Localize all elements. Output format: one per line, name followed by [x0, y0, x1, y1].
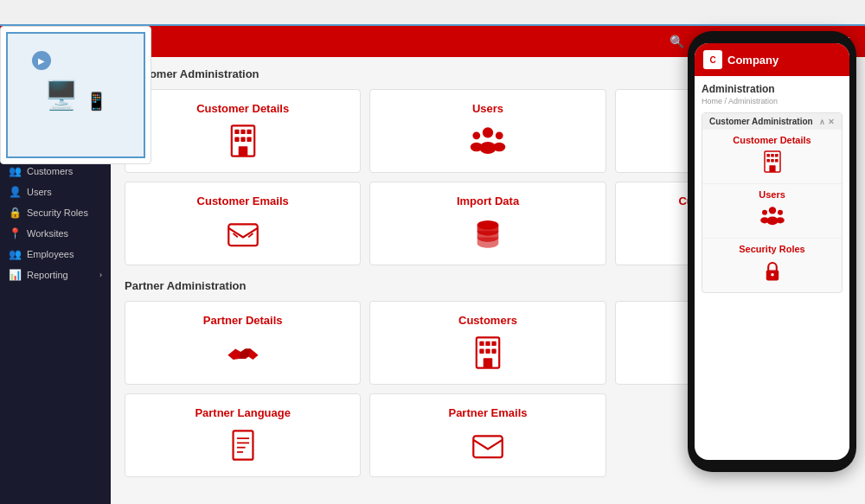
svg-rect-44: [473, 436, 502, 457]
thumbnail-inner: 🖥️ 📱 ▶: [6, 32, 145, 158]
partner-language-card[interactable]: Partner Language: [125, 393, 361, 477]
phone-content: Administration Home / Administration Cus…: [695, 76, 849, 460]
phone-section-title: Customer Administration: [709, 117, 813, 126]
phone-section-header: Customer Administration ∧ ✕: [702, 113, 842, 130]
users-card[interactable]: Users: [369, 89, 606, 173]
sidebar-item-reporting[interactable]: 📊 Reporting ›: [0, 265, 111, 285]
phone-customer-details-title: Customer Details: [709, 135, 835, 145]
phone-company-name: Company: [727, 54, 778, 67]
partner-doc-icon: [224, 426, 262, 464]
phone-section-icons: ∧ ✕: [819, 118, 835, 126]
employees-icon: 👥: [9, 248, 22, 260]
phone-customer-section: Customer Administration ∧ ✕ Customer Det…: [702, 112, 843, 293]
svg-rect-3: [247, 130, 251, 134]
phone-logo: C: [703, 50, 722, 69]
phone-building-icon: [759, 149, 785, 175]
users-sidebar-icon: 👤: [9, 186, 22, 198]
phone-header: C Company: [695, 43, 849, 76]
phone-expand-icon[interactable]: ∧: [819, 118, 825, 126]
sidebar-label-worksites: Worksites: [27, 228, 68, 239]
svg-rect-26: [479, 341, 484, 346]
partner-language-title: Partner Language: [195, 406, 291, 419]
import-data-title: Import Data: [457, 195, 519, 207]
svg-rect-47: [771, 154, 774, 157]
customer-details-title: Customer Details: [196, 102, 289, 115]
handshake-icon: [224, 334, 262, 372]
phone-users-icon: [759, 203, 785, 229]
top-accent-line: [0, 24, 865, 26]
partner-details-card[interactable]: Partner Details: [125, 301, 361, 385]
partner-emails-title: Partner Emails: [448, 406, 527, 419]
svg-rect-7: [238, 146, 247, 156]
svg-rect-29: [479, 349, 484, 354]
svg-rect-48: [775, 154, 778, 157]
play-icon[interactable]: ▶: [32, 51, 51, 70]
thumbnail-overlay: 🖥️ 📱 ▶: [0, 26, 151, 164]
tablet-icon: 📱: [86, 91, 107, 112]
partner-customers-title: Customers: [458, 314, 517, 327]
users-title: Users: [472, 102, 503, 115]
monitor-icon: 🖥️: [44, 79, 79, 112]
svg-rect-2: [240, 130, 245, 134]
users-icon: [469, 122, 507, 160]
svg-point-60: [771, 273, 774, 277]
worksites-icon: 📍: [9, 227, 22, 239]
import-data-card[interactable]: Import Data: [369, 182, 606, 265]
partner-customers-card[interactable]: Customers: [369, 301, 606, 385]
phone-users-card[interactable]: Users: [702, 184, 842, 239]
svg-rect-31: [491, 349, 496, 354]
svg-point-53: [768, 207, 775, 214]
reporting-chevron-icon: ›: [99, 271, 102, 279]
svg-rect-46: [766, 154, 770, 157]
svg-rect-52: [769, 165, 775, 172]
svg-point-55: [762, 210, 767, 215]
sidebar-label-security-roles-2: Security Roles: [27, 207, 88, 218]
sidebar-item-security-roles-2[interactable]: 🔒 Security Roles: [0, 202, 111, 223]
phone-admin-title: Administration: [702, 83, 843, 95]
building-icon: [224, 122, 262, 160]
phone-security-roles-card[interactable]: Security Roles: [702, 239, 842, 292]
customer-emails-card[interactable]: Customer Emails: [125, 182, 361, 265]
sidebar-item-users[interactable]: 👤 Users: [0, 182, 111, 202]
phone-customer-details-card[interactable]: Customer Details: [702, 130, 842, 184]
security-icon: 🔒: [9, 207, 22, 219]
svg-rect-49: [766, 159, 770, 163]
building-partner-icon: [469, 334, 507, 372]
svg-point-58: [776, 217, 785, 223]
svg-point-10: [472, 131, 480, 139]
sidebar-label-reporting: Reporting: [27, 270, 68, 280]
svg-rect-39: [233, 431, 253, 459]
customer-emails-title: Customer Emails: [197, 195, 289, 207]
svg-point-57: [778, 210, 783, 215]
svg-rect-16: [228, 224, 257, 246]
svg-rect-27: [485, 341, 490, 346]
phone-close-icon[interactable]: ✕: [828, 118, 835, 126]
svg-rect-6: [247, 137, 251, 142]
phone-screen: C Company Administration Home / Administ…: [695, 43, 849, 460]
sidebar-label-customers: Customers: [27, 166, 73, 176]
svg-point-56: [760, 217, 769, 223]
search-icon[interactable]: 🔍: [670, 35, 684, 48]
svg-rect-30: [485, 349, 490, 354]
sidebar-item-worksites[interactable]: 📍 Worksites: [0, 223, 111, 244]
phone-breadcrumb: Home / Administration: [702, 97, 843, 105]
svg-rect-51: [775, 159, 778, 163]
partner-email-icon: [469, 426, 507, 464]
reporting-icon: 📊: [9, 269, 22, 281]
email-icon: [224, 214, 262, 252]
svg-rect-4: [234, 137, 239, 142]
svg-point-13: [493, 143, 505, 152]
phone-security-roles-title: Security Roles: [709, 244, 835, 254]
svg-point-12: [496, 131, 503, 139]
svg-point-11: [471, 143, 483, 152]
sidebar-label-users: Users: [27, 187, 52, 197]
partner-emails-card[interactable]: Partner Emails: [369, 393, 606, 477]
svg-rect-1: [234, 130, 239, 134]
phone-users-title: Users: [709, 189, 835, 200]
sidebar-item-employees[interactable]: 👥 Employees: [0, 244, 111, 265]
phone-mockup: C Company Administration Home / Administ…: [688, 31, 856, 472]
database-icon: [469, 214, 507, 252]
svg-point-8: [483, 127, 493, 137]
customer-details-card[interactable]: Customer Details: [125, 89, 361, 173]
svg-rect-50: [771, 159, 774, 163]
